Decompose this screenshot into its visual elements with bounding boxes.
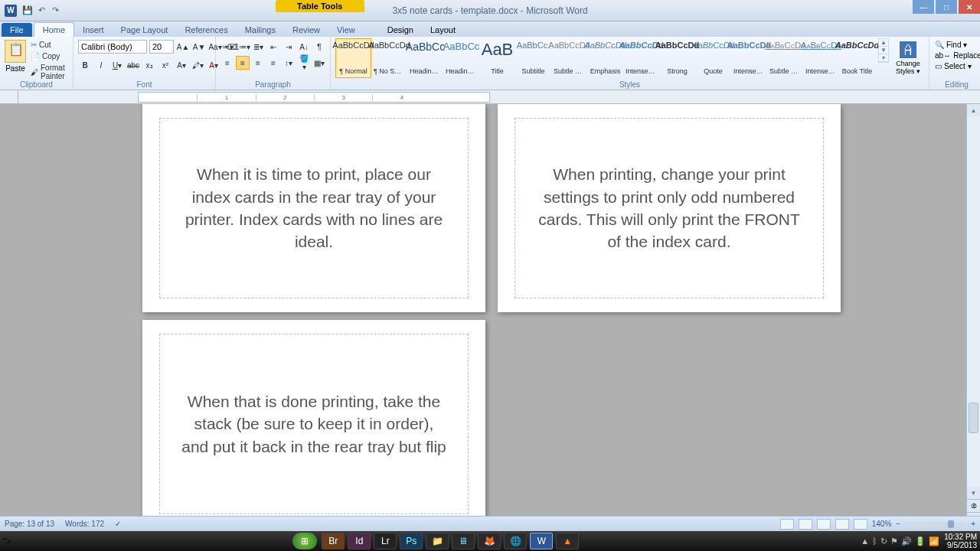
shrink-font-button[interactable]: A▼ — [192, 40, 206, 54]
cut-button[interactable]: Cut — [29, 40, 68, 50]
line-spacing-button[interactable]: ↕▾ — [282, 56, 296, 70]
tab-file[interactable]: File — [2, 23, 32, 37]
highlight-button[interactable]: 🖍▾ — [191, 58, 204, 72]
justify-button[interactable]: ≡ — [266, 56, 280, 70]
zoom-slider[interactable] — [905, 523, 966, 526]
style-item[interactable]: AaBbCcDdIntense R... — [803, 38, 839, 78]
find-button[interactable]: 🔍 Find ▾ — [934, 40, 968, 50]
tab-review[interactable]: Review — [284, 23, 328, 37]
zoom-out-button[interactable]: − — [896, 520, 900, 528]
document-area[interactable]: When it is time to print, place our inde… — [0, 104, 980, 525]
card-text[interactable]: When that is done printing, take the sta… — [181, 390, 446, 458]
tab-insert[interactable]: Insert — [74, 23, 113, 37]
tab-page-layout[interactable]: Page Layout — [113, 23, 177, 37]
style-item[interactable]: AaBbCcDdSubtle Em... — [551, 38, 587, 78]
card-text[interactable]: When printing, change your print setting… — [537, 163, 802, 253]
page-status[interactable]: Page: 13 of 13 — [5, 520, 54, 528]
style-item[interactable]: AaBbCcDdIntense E... — [623, 38, 659, 78]
tray-icon[interactable]: ↻ — [880, 536, 887, 546]
borders-button[interactable]: ▦▾ — [312, 56, 326, 70]
numbering-button[interactable]: 1≔▾ — [236, 40, 250, 54]
network-icon[interactable]: 📶 — [929, 536, 939, 546]
tab-view[interactable]: View — [328, 23, 364, 37]
superscript-button[interactable]: x² — [158, 58, 172, 72]
scroll-down-icon[interactable]: ▼ — [879, 47, 888, 54]
table-cell[interactable]: When it is time to print, place our inde… — [159, 118, 469, 298]
scroll-up-icon[interactable]: ▲ — [879, 39, 888, 47]
text-effects-button[interactable]: A▾ — [175, 58, 188, 72]
taskbar-app-word[interactable]: W — [530, 533, 553, 549]
underline-button[interactable]: U▾ — [110, 58, 124, 72]
index-card[interactable]: When printing, change your print setting… — [498, 104, 841, 312]
tray-icon[interactable]: ⚑ — [890, 536, 898, 546]
styles-scroll[interactable]: ▲ ▼ ▾ — [878, 38, 889, 63]
format-painter-button[interactable]: Format Painter — [29, 63, 68, 81]
outline-view-button[interactable] — [835, 519, 849, 530]
decrease-indent-button[interactable]: ⇤ — [266, 40, 280, 54]
style-item[interactable]: AaBbCcDdEmphasis — [587, 38, 623, 78]
taskbar-app-lightroom[interactable]: Lr — [374, 533, 397, 549]
paste-button[interactable]: Paste — [5, 38, 26, 73]
increase-indent-button[interactable]: ⇥ — [282, 40, 296, 54]
subscript-button[interactable]: x₂ — [142, 58, 156, 72]
tray-icon[interactable]: ▲ — [861, 536, 869, 546]
table-cell[interactable]: When printing, change your print setting… — [514, 118, 824, 298]
grow-font-button[interactable]: A▲ — [176, 40, 190, 54]
index-card[interactable]: When that is done printing, take the sta… — [142, 320, 485, 525]
taskbar-app-bridge[interactable]: Br — [322, 533, 345, 549]
style-item[interactable]: AaBbCcDd¶ Normal — [335, 38, 371, 78]
bullets-button[interactable]: ≔▾ — [220, 40, 234, 54]
sort-button[interactable]: A↓ — [297, 40, 311, 54]
taskbar-app-generic[interactable]: 🖥 — [452, 533, 475, 549]
align-right-button[interactable]: ≡ — [251, 56, 265, 70]
change-styles-button[interactable]: 🅰 Change Styles ▾ — [892, 38, 924, 76]
close-button[interactable]: ✕ — [959, 0, 980, 14]
taskbar-app-indesign[interactable]: Id — [348, 533, 371, 549]
undo-icon[interactable]: ↶ — [35, 5, 47, 17]
style-item[interactable]: AaBbCcDdIntense Q... — [731, 38, 767, 78]
tab-home[interactable]: Home — [34, 22, 74, 37]
word-count[interactable]: Words: 172 — [65, 520, 104, 528]
style-item[interactable]: AaBbCcHeading 2 — [443, 38, 479, 78]
expand-gallery-icon[interactable]: ▾ — [879, 54, 888, 62]
style-item[interactable]: AaBbCcDdSubtle Ref... — [767, 38, 803, 78]
maximize-button[interactable]: □ — [936, 0, 957, 14]
style-item[interactable]: AaBbCcHeading 1 — [407, 38, 443, 78]
shading-button[interactable]: 🪣▾ — [297, 56, 311, 70]
tab-references[interactable]: References — [176, 23, 236, 37]
prev-page-icon[interactable]: ⦿ — [967, 499, 980, 512]
replace-button[interactable]: ab↔ Replace — [934, 51, 980, 60]
battery-icon[interactable]: 🔋 — [915, 536, 926, 546]
styles-gallery[interactable]: AaBbCcDd¶ NormalAaBbCcDd¶ No Spaci...AaB… — [335, 38, 875, 78]
draft-view-button[interactable] — [854, 519, 867, 530]
strikethrough-button[interactable]: abc — [126, 58, 140, 72]
style-item[interactable]: AaBbCc.Subtitle — [515, 38, 551, 78]
taskbar-app-chrome[interactable]: 🌐 — [504, 533, 527, 549]
scroll-down-icon[interactable]: ▼ — [967, 487, 980, 499]
italic-button[interactable]: I — [94, 58, 108, 72]
redo-icon[interactable]: ↷ — [49, 5, 61, 17]
style-item[interactable]: AaBbCcDd¶ No Spaci... — [371, 38, 407, 78]
tab-layout[interactable]: Layout — [422, 23, 464, 37]
index-card[interactable]: When it is time to print, place our inde… — [142, 104, 485, 312]
minimize-button[interactable]: — — [913, 0, 934, 14]
save-icon[interactable]: 💾 — [21, 5, 34, 17]
font-name-input[interactable] — [78, 40, 147, 54]
zoom-level[interactable]: 140% — [872, 520, 892, 528]
start-button[interactable]: ⊞ — [292, 533, 317, 549]
volume-icon[interactable]: 🔊 — [901, 536, 912, 546]
select-button[interactable]: ▭ Select ▾ — [934, 61, 972, 71]
style-item[interactable]: AaBbCcDdQuote — [695, 38, 731, 78]
full-screen-view-button[interactable] — [799, 519, 812, 530]
taskbar-app-photoshop[interactable]: Ps — [400, 533, 423, 549]
proofing-icon[interactable]: ✓ — [115, 520, 121, 528]
web-layout-view-button[interactable] — [817, 519, 831, 530]
scroll-up-icon[interactable]: ▲ — [967, 104, 980, 116]
style-item[interactable]: AaBTitle — [479, 38, 515, 78]
style-item[interactable]: AaBbCcDdStrong — [659, 38, 695, 78]
show-marks-button[interactable]: ¶ — [312, 40, 326, 54]
card-text[interactable]: When it is time to print, place our inde… — [181, 163, 446, 253]
tab-design[interactable]: Design — [379, 23, 422, 37]
align-center-button[interactable]: ≡ — [236, 56, 250, 70]
bluetooth-icon[interactable]: ᛒ — [872, 536, 877, 546]
